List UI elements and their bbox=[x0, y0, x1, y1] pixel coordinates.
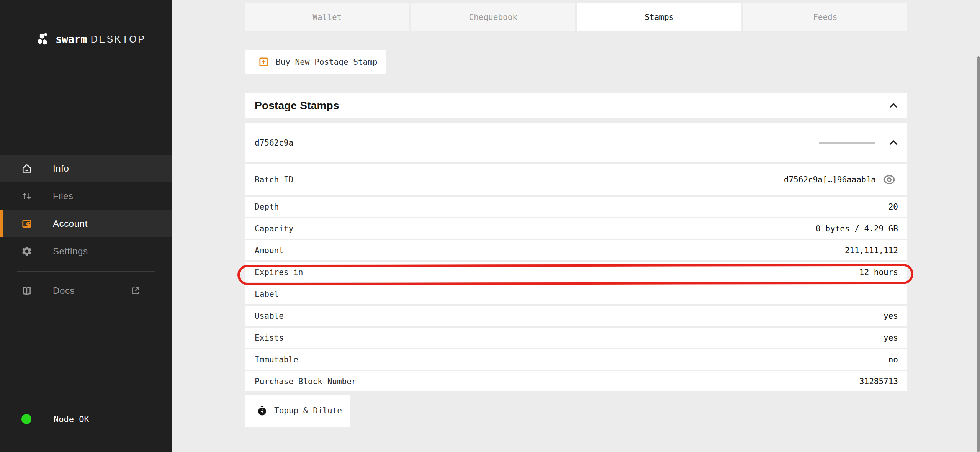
detail-label: Amount bbox=[255, 246, 284, 255]
sidebar-item-label: Settings bbox=[53, 246, 88, 257]
detail-value: 12 hours bbox=[859, 268, 898, 277]
detail-label: Exists bbox=[255, 333, 284, 342]
postage-stamps-section-header: Postage Stamps bbox=[245, 93, 907, 118]
stamp-summary-row[interactable]: d7562c9a bbox=[245, 123, 907, 162]
main-content: WalletChequebookStampsFeeds Buy New Post… bbox=[245, 3, 907, 427]
sidebar-item-docs[interactable]: Docs bbox=[0, 277, 172, 305]
sidebar: swarm DESKTOP Info Files Account Setting… bbox=[0, 0, 172, 452]
detail-value: d7562c9a[…]96aaab1a bbox=[784, 175, 876, 184]
detail-row-depth: Depth 20 bbox=[245, 197, 907, 217]
topup-button-label: Topup & Dilute bbox=[274, 406, 342, 415]
gear-icon bbox=[21, 246, 33, 257]
detail-label: Usable bbox=[255, 311, 284, 321]
detail-label: Label bbox=[255, 290, 279, 299]
app-logo: swarm DESKTOP bbox=[36, 32, 146, 46]
home-icon bbox=[21, 163, 33, 174]
timer-bolt-icon bbox=[257, 405, 268, 416]
sidebar-item-files[interactable]: Files bbox=[0, 182, 172, 210]
detail-row-exists: Exists yes bbox=[245, 328, 907, 348]
tab-wallet[interactable]: Wallet bbox=[245, 3, 409, 31]
sidebar-item-label: Info bbox=[53, 163, 69, 174]
detail-row-immutable: Immutable no bbox=[245, 349, 907, 370]
stamp-progress-bar bbox=[819, 142, 875, 144]
detail-row-batch-id: Batch ID d7562c9a[…]96aaab1a bbox=[245, 164, 907, 195]
detail-row-usable: Usable yes bbox=[245, 306, 907, 326]
detail-value: no bbox=[888, 355, 898, 364]
detail-label: Batch ID bbox=[255, 175, 293, 184]
detail-label: Depth bbox=[255, 202, 279, 211]
detail-value: 31285713 bbox=[859, 377, 898, 386]
section-title: Postage Stamps bbox=[255, 100, 339, 112]
detail-value: 211,111,112 bbox=[845, 246, 898, 255]
collapse-stamp-button[interactable] bbox=[887, 137, 900, 149]
detail-label: Purchase Block Number bbox=[255, 377, 357, 386]
topup-dilute-button[interactable]: Topup & Dilute bbox=[245, 395, 350, 427]
tab-chequebook[interactable]: Chequebook bbox=[411, 3, 576, 31]
detail-row-amount: Amount 211,111,112 bbox=[245, 240, 907, 260]
brand-name: swarm bbox=[56, 33, 87, 46]
detail-value: yes bbox=[883, 333, 898, 342]
detail-row-expires-in: Expires in 12 hours bbox=[245, 262, 907, 282]
detail-label: Capacity bbox=[255, 224, 293, 233]
node-status: Node OK bbox=[21, 414, 89, 424]
main-scrollbar-thumb[interactable] bbox=[977, 56, 980, 452]
eye-icon bbox=[883, 173, 896, 186]
status-dot bbox=[21, 414, 31, 424]
status-label: Node OK bbox=[54, 414, 89, 424]
tab-feeds[interactable]: Feeds bbox=[743, 3, 908, 31]
tab-stamps[interactable]: Stamps bbox=[577, 3, 741, 31]
swarm-logo-icon bbox=[36, 32, 51, 46]
app-root: swarm DESKTOP Info Files Account Setting… bbox=[0, 0, 980, 452]
expires-annotation-highlight bbox=[237, 264, 913, 285]
sidebar-item-label: Docs bbox=[53, 285, 75, 296]
brand-suffix: DESKTOP bbox=[91, 34, 146, 45]
book-icon bbox=[21, 285, 33, 296]
sidebar-item-label: Account bbox=[53, 218, 88, 229]
detail-row-purchase-block-number: Purchase Block Number 31285713 bbox=[245, 371, 907, 391]
wallet-icon bbox=[21, 218, 33, 229]
detail-value: 20 bbox=[888, 202, 898, 211]
collapse-section-button[interactable] bbox=[887, 100, 900, 112]
detail-value: yes bbox=[883, 311, 898, 321]
plus-square-icon bbox=[258, 56, 269, 67]
sidebar-item-account[interactable]: Account bbox=[0, 210, 172, 237]
buy-new-postage-stamp-button[interactable]: Buy New Postage Stamp bbox=[245, 50, 386, 74]
sidebar-nav: Info Files Account Settings Docs bbox=[0, 155, 172, 305]
stamp-name: d7562c9a bbox=[255, 138, 293, 147]
tab-bar: WalletChequebookStampsFeeds bbox=[245, 3, 907, 31]
detail-row-capacity: Capacity 0 bytes / 4.29 GB bbox=[245, 218, 907, 239]
sidebar-item-settings[interactable]: Settings bbox=[0, 237, 172, 265]
main-area: WalletChequebookStampsFeeds Buy New Post… bbox=[172, 0, 980, 452]
sidebar-divider bbox=[17, 271, 155, 272]
sidebar-item-info[interactable]: Info bbox=[0, 155, 172, 182]
detail-value: 0 bytes / 4.29 GB bbox=[816, 224, 898, 233]
chevron-up-icon bbox=[887, 137, 900, 149]
stamp-details-table: Batch ID d7562c9a[…]96aaab1a Depth 20 Ca… bbox=[245, 164, 907, 391]
sidebar-item-label: Files bbox=[53, 191, 74, 201]
buy-button-label: Buy New Postage Stamp bbox=[276, 57, 378, 67]
import-export-icon bbox=[21, 190, 33, 202]
chevron-up-icon bbox=[887, 100, 900, 112]
detail-label: Expires in bbox=[255, 268, 303, 277]
detail-label: Immutable bbox=[255, 355, 298, 364]
detail-row-label: Label bbox=[245, 284, 907, 304]
external-link-icon bbox=[130, 285, 141, 296]
reveal-batch-id-button[interactable] bbox=[883, 173, 896, 186]
